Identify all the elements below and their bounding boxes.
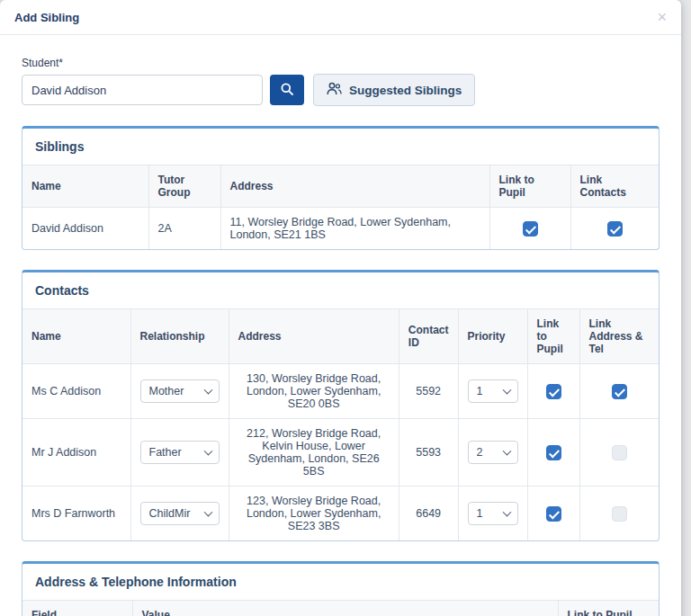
suggested-siblings-button[interactable]: Suggested Siblings — [313, 74, 475, 106]
address-telephone-panel-title: Address & Telephone Information — [22, 564, 659, 600]
contact-id: 5593 — [399, 419, 458, 487]
siblings-panel-title: Siblings — [22, 129, 659, 165]
contact-row: Mr J Addison Father 212, Worsley Bridge … — [22, 419, 659, 487]
contact-name: Ms C Addison — [22, 364, 130, 419]
sibling-address: 11, Worsley Bridge Road, Lower Sydenham,… — [220, 208, 489, 250]
siblings-col-tutor-group: Tutor Group — [148, 165, 220, 208]
modal-title: Add Sibling — [14, 11, 79, 24]
suggested-siblings-label: Suggested Siblings — [349, 84, 462, 97]
priority-select-wrap: 1 — [468, 379, 518, 403]
link-to-pupil-checkbox[interactable] — [546, 384, 561, 399]
priority-select[interactable]: 1 — [468, 379, 518, 403]
siblings-table: Name Tutor Group Address Link to Pupil L… — [22, 165, 659, 249]
search-button[interactable] — [270, 75, 304, 105]
contact-name: Mrs D Farnworth — [22, 487, 130, 541]
student-input[interactable] — [22, 75, 263, 105]
link-to-pupil-checkbox[interactable] — [546, 445, 561, 460]
siblings-col-link-to-pupil: Link to Pupil — [489, 165, 570, 208]
link-to-pupil-checkbox[interactable] — [546, 506, 561, 522]
contact-id: 5592 — [399, 364, 458, 419]
siblings-panel: Siblings Name Tutor Group Address Link t… — [22, 126, 660, 250]
contacts-col-priority: Priority — [458, 309, 527, 364]
siblings-col-address: Address — [220, 165, 489, 208]
contacts-panel: Contacts Name Relationship Address Conta… — [22, 270, 660, 541]
student-label: Student* — [22, 57, 660, 69]
contacts-col-relationship: Relationship — [130, 309, 229, 364]
contact-row: Mrs D Farnworth ChildMir 123, Worsley Br… — [22, 487, 659, 541]
sibling-tutor-group: 2A — [148, 208, 220, 250]
priority-select-wrap: 2 — [468, 441, 518, 464]
siblings-header-row: Name Tutor Group Address Link to Pupil L… — [22, 165, 659, 208]
modal-header: Add Sibling × — [0, 0, 681, 35]
modal-body: Student* — [0, 35, 681, 616]
sibling-row: David Addison 2A 11, Worsley Bridge Road… — [22, 208, 659, 250]
address-telephone-table: Field Value Link to Pupil Home address 1… — [22, 600, 659, 616]
relationship-select[interactable]: Father — [140, 441, 220, 464]
contacts-panel-title: Contacts — [22, 272, 659, 308]
siblings-col-link-contacts: Link Contacts — [570, 165, 659, 208]
link-contacts-checkbox[interactable] — [607, 221, 623, 237]
address-col-value: Value — [132, 601, 558, 616]
relationship-select-wrap: Father — [140, 441, 220, 464]
add-sibling-modal: Add Sibling × Student* — [0, 0, 681, 616]
contact-name: Mr J Addison — [22, 419, 130, 487]
priority-select-wrap: 1 — [468, 502, 518, 525]
priority-select[interactable]: 2 — [468, 441, 518, 464]
search-icon — [280, 82, 294, 99]
address-header-row: Field Value Link to Pupil — [22, 601, 659, 616]
address-col-field: Field — [22, 601, 132, 616]
close-icon[interactable]: × — [657, 9, 667, 25]
contacts-col-name: Name — [22, 309, 130, 364]
link-address-tel-checkbox[interactable] — [612, 445, 627, 460]
link-to-pupil-checkbox[interactable] — [523, 221, 538, 237]
contact-address: 130, Worsley Bridge Road, London, Lower … — [229, 364, 399, 419]
address-telephone-panel: Address & Telephone Information Field Va… — [22, 561, 660, 616]
relationship-select-wrap: Mother — [140, 379, 220, 403]
contact-address: 123, Worsley Bridge Road, London, Lower … — [229, 487, 399, 541]
relationship-select[interactable]: Mother — [140, 379, 220, 403]
people-icon — [327, 82, 342, 98]
address-col-link-to-pupil: Link to Pupil — [558, 601, 659, 616]
student-row: Suggested Siblings — [22, 74, 660, 106]
contact-row: Ms C Addison Mother 130, Worsley Bridge … — [22, 364, 659, 419]
siblings-col-name: Name — [22, 165, 148, 208]
relationship-select[interactable]: ChildMir — [140, 502, 220, 525]
contact-address: 212, Worsley Bridge Road, Kelvin House, … — [229, 419, 399, 487]
link-address-tel-checkbox[interactable] — [612, 384, 627, 399]
sibling-name: David Addison — [22, 208, 148, 250]
link-address-tel-checkbox[interactable] — [612, 506, 627, 522]
contacts-col-address: Address — [229, 309, 399, 364]
contact-id: 6649 — [399, 487, 458, 541]
contacts-col-contact-id: Contact ID — [399, 309, 458, 364]
contacts-col-link-to-pupil: Link to Pupil — [527, 309, 579, 364]
contacts-table: Name Relationship Address Contact ID Pri… — [22, 308, 659, 540]
relationship-select-wrap: ChildMir — [140, 502, 220, 525]
contacts-col-link-address-tel: Link Address & Tel — [579, 309, 659, 364]
priority-select[interactable]: 1 — [468, 502, 518, 525]
contacts-header-row: Name Relationship Address Contact ID Pri… — [22, 309, 659, 364]
